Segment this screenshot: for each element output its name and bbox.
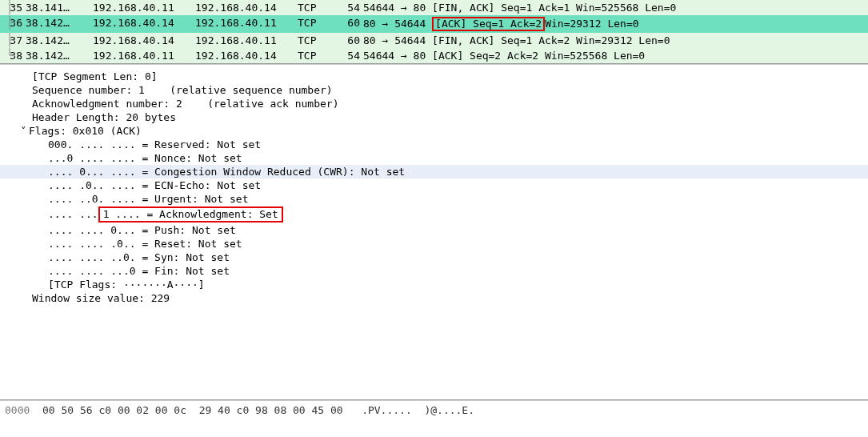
packet-protocol: TCP (293, 34, 334, 46)
packet-info-highlight: [ACK] Seq=1 Ack=2 (432, 17, 545, 31)
tcp-header-length[interactable]: Header Length: 20 bytes (0, 110, 868, 124)
packet-details-pane[interactable]: [TCP Segment Len: 0] Sequence number: 1 … (0, 64, 868, 400)
flag-ack-highlight: 1 .... = Acknowledgment: Set (98, 206, 283, 223)
packet-time: 38.142… (26, 34, 88, 46)
packet-length: 60 (334, 34, 362, 46)
flag-ack-prefix: .... ... (48, 208, 98, 220)
packet-length: 54 (334, 2, 362, 14)
packet-protocol: TCP (293, 2, 334, 14)
packet-destination: 192.168.40.11 (190, 34, 293, 46)
packet-time: 38.142… (26, 50, 88, 62)
tcp-ack-number[interactable]: Acknowledgment number: 2 (relative ack n… (0, 97, 868, 110)
packet-row[interactable]: 3638.142…192.168.40.14192.168.40.11TCP60… (0, 15, 868, 33)
flag-ack[interactable]: .... ...1 .... = Acknowledgment: Set (0, 206, 868, 223)
packet-source: 192.168.40.11 (88, 50, 190, 62)
packet-length: 60 (334, 17, 362, 31)
packet-protocol: TCP (293, 50, 334, 62)
packet-info: 54644 → 80 [FIN, ACK] Seq=1 Ack=1 Win=52… (362, 2, 865, 14)
packet-destination: 192.168.40.14 (190, 2, 293, 14)
packet-no: 38 (3, 50, 26, 62)
packet-info: 80 → 54644 [ACK] Seq=1 Ack=2 Win=29312 L… (362, 17, 865, 31)
packet-destination: 192.168.40.11 (190, 17, 293, 31)
packet-row[interactable]: 3738.142…192.168.40.14192.168.40.11TCP60… (0, 33, 868, 48)
tcp-flags-summary[interactable]: [TCP Flags: ·······A····] (0, 278, 868, 291)
packet-protocol: TCP (293, 17, 334, 31)
hex-bytes: 00 50 56 c0 00 02 00 0c 29 40 c0 98 08 0… (30, 404, 362, 416)
packet-list[interactable]: 3538.141…192.168.40.11192.168.40.14TCP54… (0, 0, 868, 64)
packet-no: 36 (3, 17, 26, 31)
flag-fin[interactable]: .... .... ...0 = Fin: Not set (0, 264, 868, 278)
flag-reserved[interactable]: 000. .... .... = Reserved: Not set (0, 138, 868, 151)
packet-info: 80 → 54644 [FIN, ACK] Seq=1 Ack=2 Win=29… (362, 34, 865, 46)
packet-length: 54 (334, 50, 362, 62)
packet-source: 192.168.40.11 (88, 2, 190, 14)
hex-offset: 0000 (5, 404, 30, 416)
window-size-value[interactable]: Window size value: 229 (0, 291, 868, 305)
flag-push[interactable]: .... .... 0... = Push: Not set (0, 223, 868, 237)
hex-dump-pane[interactable]: 0000 00 50 56 c0 00 02 00 0c 29 40 c0 98… (0, 400, 868, 419)
packet-no: 37 (3, 34, 26, 46)
packet-time: 38.142… (26, 17, 88, 31)
hex-ascii: .PV..... )@....E. (362, 404, 474, 416)
packet-source: 192.168.40.14 (88, 17, 190, 31)
tcp-segment-len[interactable]: [TCP Segment Len: 0] (0, 70, 868, 83)
tcp-flags-header-text: Flags: 0x010 (ACK) (29, 125, 142, 137)
packet-row[interactable]: 3538.141…192.168.40.11192.168.40.14TCP54… (0, 0, 868, 15)
packet-time: 38.141… (26, 2, 88, 14)
tcp-flags-header[interactable]: ˅Flags: 0x010 (ACK) (0, 124, 868, 138)
packet-row[interactable]: 3838.142…192.168.40.11192.168.40.14TCP54… (0, 48, 868, 63)
packet-destination: 192.168.40.14 (190, 50, 293, 62)
flag-nonce[interactable]: ...0 .... .... = Nonce: Not set (0, 151, 868, 165)
flag-urgent[interactable]: .... ..0. .... = Urgent: Not set (0, 192, 868, 206)
packet-info: 54644 → 80 [ACK] Seq=2 Ack=2 Win=525568 … (362, 50, 865, 62)
packet-source: 192.168.40.14 (88, 34, 190, 46)
expand-toggle-icon[interactable]: ˅ (18, 125, 29, 137)
flag-cwr[interactable]: .... 0... .... = Congestion Window Reduc… (0, 165, 868, 178)
packet-no: 35 (3, 2, 26, 14)
flag-ecn[interactable]: .... .0.. .... = ECN-Echo: Not set (0, 178, 868, 192)
flag-reset[interactable]: .... .... .0.. = Reset: Not set (0, 237, 868, 251)
tcp-sequence-number[interactable]: Sequence number: 1 (relative sequence nu… (0, 83, 868, 97)
flag-syn[interactable]: .... .... ..0. = Syn: Not set (0, 251, 868, 264)
